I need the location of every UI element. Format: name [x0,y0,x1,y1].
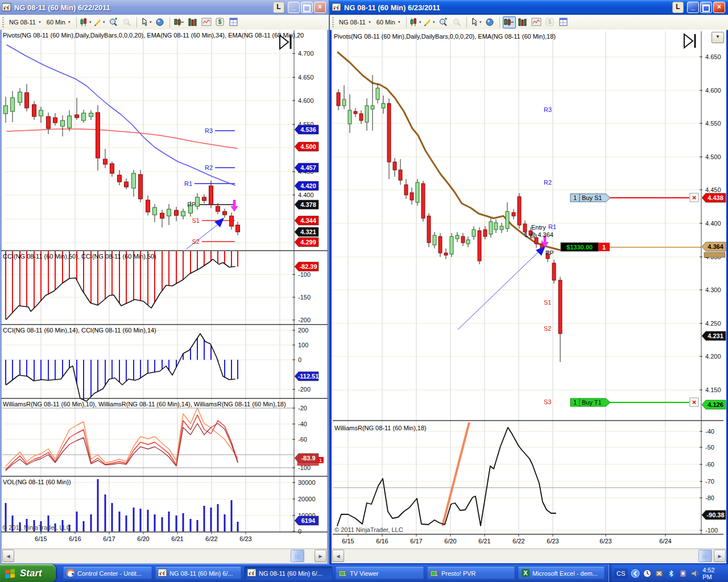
ninjatrader-icon [66,568,75,579]
chevron-down-icon: ▼ [398,20,401,24]
task-scheduler-icon[interactable] [643,569,652,578]
svg-text:X: X [523,569,528,576]
titlebar[interactable]: NG 08-11 (60 Min) 6/22/2011 L _ × [0,0,329,15]
start-button[interactable]: Start [0,564,56,582]
zoom-in-icon[interactable] [107,16,120,28]
scroll-right-button[interactable]: ► [714,550,726,562]
mini-chart-icon[interactable] [200,16,213,28]
window-title: NG 08-11 (60 Min) 6/22/2011 [13,3,273,12]
svg-text:$: $ [548,19,552,25]
chart-trader-icon[interactable] [173,16,186,28]
system-tray: CS 4:52 PM [609,564,728,582]
clock[interactable]: 4:52 PM [702,567,728,580]
chevron-down-icon: ▼ [89,20,92,24]
task-button-label: NG 08-11 (60 Min) 6/... [259,570,322,577]
chart-icon [158,568,167,579]
scroll-left-button[interactable]: ◄ [332,550,344,562]
chart-client-area[interactable] [2,30,327,563]
link-button[interactable]: L [273,2,284,13]
titlebar[interactable]: NG 08-11 (60 Min) 6/23/2011 L _ × [330,0,728,15]
region-highlight-icon[interactable] [154,16,167,28]
toolbar-grip[interactable] [332,17,334,27]
cursor-icon[interactable]: ▼ [140,16,153,28]
chart-client-area[interactable] [332,30,726,563]
scroll-left-button[interactable]: ◄ [2,550,14,562]
chart-style-icon[interactable]: ▼ [410,16,423,28]
bluetooth-icon[interactable] [667,569,676,578]
interval-dropdown[interactable]: 60 Min▼ [374,18,403,27]
instrument-dropdown[interactable]: NG 08-11▼ [337,18,374,27]
chart-window-right: NG 08-11 (60 Min) 6/23/2011 L _ × NG 08-… [330,0,728,564]
offline-icon[interactable] [655,569,664,578]
excel-icon: X [521,568,530,579]
draw-tools-icon[interactable]: ▼ [93,16,106,28]
chart-toolbar: NG 08-11▼60 Min▼▼▼▼$ [0,15,329,30]
window-chart-icon [2,3,11,12]
chevron-down-icon: ▼ [68,20,71,24]
chevron-down-icon: ▼ [368,20,371,24]
task-button-5[interactable]: XMicrosoft Excel - dem... [518,566,605,580]
scroll-right-button[interactable]: ► [315,550,326,562]
close-button[interactable]: × [314,2,326,13]
chevron-down-icon: ▼ [419,20,422,24]
task-button-label: Microsoft Excel - dem... [532,570,598,577]
interval-dropdown[interactable]: 60 Min▼ [44,18,73,27]
chevron-down-icon: ▼ [479,20,482,24]
tv-icon [338,568,348,579]
link-button[interactable]: L [672,2,684,13]
scrollbar-thumb[interactable]: ||| [291,550,304,562]
chart-trader-icon[interactable] [503,16,516,28]
usb-device-icon[interactable] [679,569,688,578]
data-grid-icon[interactable] [228,16,241,28]
chevron-down-icon: ▼ [38,20,42,24]
zoom-in-icon[interactable] [437,16,450,28]
minimize-button[interactable]: _ [288,2,300,13]
chart-scale-dropdown-button[interactable]: ▼ [712,32,724,43]
instrument-dropdown[interactable]: NG 08-11▼ [7,18,44,27]
data-grid-icon[interactable] [557,16,570,28]
account-dollar-icon[interactable]: $ [214,16,227,28]
scrollbar-thumb[interactable]: ||| [698,550,712,562]
chevron-down-icon: ▼ [149,20,152,24]
toolbar-separator [76,17,77,28]
account-dollar-icon: $ [544,16,557,28]
task-button-1[interactable]: NG 08-11 (60 Min) 6/... [155,566,242,580]
chart-toolbar: NG 08-11▼60 Min▼▼▼▼$ [330,15,728,30]
maximize-button[interactable] [700,2,712,13]
start-label: Start [20,568,42,579]
task-button-label: TV Viewer [350,570,379,577]
maximize-button[interactable] [301,2,313,13]
toolbar-grip[interactable] [2,17,4,27]
volume-icon[interactable] [690,569,700,578]
cursor-icon[interactable]: ▼ [470,16,483,28]
market-depth-icon[interactable] [516,16,530,28]
task-button-0[interactable]: Control Center - Untit... [63,566,152,580]
toolbar-separator [136,17,137,28]
toolbar-separator [406,17,407,28]
hide-icons-button[interactable] [631,569,640,578]
window-title: NG 08-11 (60 Min) 6/23/2011 [342,3,672,12]
language-indicator[interactable]: CS [614,568,628,579]
close-button[interactable]: × [713,2,725,13]
draw-tools-icon[interactable]: ▼ [423,16,436,28]
interval-dropdown-label: 60 Min [377,19,395,26]
region-highlight-icon[interactable] [483,16,497,28]
instrument-dropdown-label: NG 08-11 [9,19,36,26]
chart-style-icon[interactable]: ▼ [80,16,93,28]
minimize-button[interactable]: _ [687,2,699,13]
horizontal-scrollbar[interactable]: ◄ ||| ► [332,548,726,563]
task-button-3[interactable]: TV Viewer [335,566,424,580]
interval-dropdown-label: 60 Min [47,19,65,26]
tv-icon [430,568,439,579]
task-button-label: Control Center - Untit... [77,570,142,577]
horizontal-scrollbar[interactable]: ◄ ||| ► [2,548,327,563]
task-button-4[interactable]: Presto! PVR [427,566,515,580]
task-button-label: Presto! PVR [441,570,476,577]
task-button-label: NG 08-11 (60 Min) 6/... [169,570,233,577]
mini-chart-icon[interactable] [530,16,543,28]
task-button-2[interactable]: NG 08-11 (60 Min) 6/... [244,566,333,580]
zoom-out-icon [121,16,134,28]
chevron-down-icon: ▼ [432,20,436,24]
market-depth-icon[interactable] [187,16,200,28]
taskbar: Start Control Center - Untit...NG 08-11 … [0,564,728,582]
